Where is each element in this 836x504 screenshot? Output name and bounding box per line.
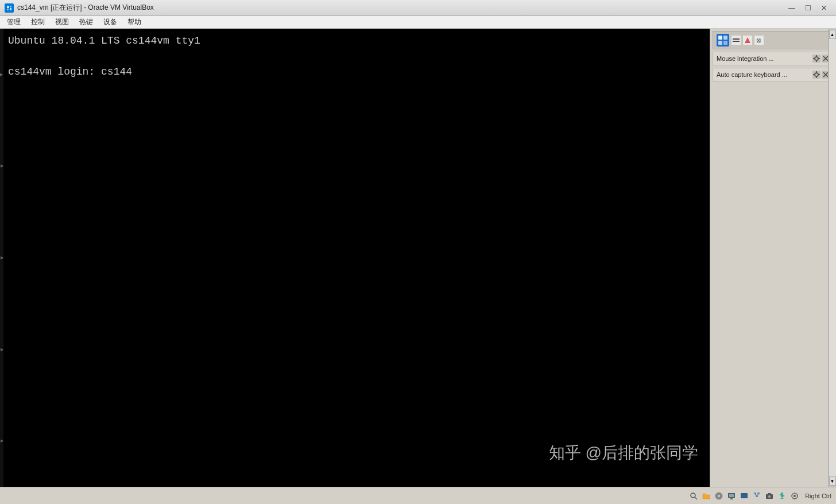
svg-rect-2 xyxy=(10,6,11,7)
svg-text:⊠: ⊠ xyxy=(756,37,761,44)
svg-rect-6 xyxy=(718,36,722,40)
auto-capture-settings-icon[interactable] xyxy=(812,71,820,79)
svg-line-36 xyxy=(695,497,697,499)
maximize-button[interactable]: ☐ xyxy=(800,2,815,14)
auto-capture-label: Auto capture keyboard ... xyxy=(717,71,812,78)
left-indicator-4: ▶ xyxy=(1,347,3,352)
side-toolbar-icon3[interactable]: ⊠ xyxy=(754,36,764,45)
svg-rect-53 xyxy=(768,493,771,494)
left-indicator-2: ▶ xyxy=(1,164,3,168)
minimize-button[interactable]: — xyxy=(784,2,799,14)
svg-marker-55 xyxy=(780,497,784,499)
svg-rect-42 xyxy=(730,499,733,499)
scroll-up-button[interactable]: ▲ xyxy=(829,30,836,39)
title-bar-controls: — ☐ ✕ xyxy=(784,2,831,14)
scroll-down-button[interactable]: ▼ xyxy=(829,476,836,486)
svg-rect-41 xyxy=(730,498,733,499)
left-indicator-3: ▶ xyxy=(1,255,3,260)
menu-bar: 管理 控制 视图 热键 设备 帮助 xyxy=(0,16,836,29)
svg-rect-3 xyxy=(7,9,9,10)
svg-rect-9 xyxy=(723,41,727,45)
left-indicator-text: ▶ xyxy=(0,72,4,77)
status-icon-settings[interactable] xyxy=(789,490,800,502)
mouse-integration-label: Mouse integration ... xyxy=(717,55,812,62)
menu-device[interactable]: 设备 xyxy=(99,16,122,28)
status-icon-network[interactable] xyxy=(751,490,763,502)
status-icon-disk[interactable] xyxy=(713,490,725,502)
side-panel: ⊠ Mouse integration ... xyxy=(710,29,836,487)
mouse-integration-icons xyxy=(812,55,830,63)
side-panel-header: ⊠ xyxy=(713,31,834,49)
svg-line-48 xyxy=(755,494,757,495)
watermark-text: 知乎 @后排的张同学 xyxy=(549,442,698,464)
svg-rect-44 xyxy=(741,494,747,498)
title-bar-left: cs144_vm [正在运行] - Oracle VM VirtualBox xyxy=(5,3,154,13)
terminal-area[interactable]: ▶ ▶ ▶ ▶ ▶ Ubuntu 18.04.1 LTS cs144vm tty… xyxy=(0,29,710,487)
svg-point-59 xyxy=(794,495,796,497)
status-icon-folder[interactable] xyxy=(700,490,712,502)
svg-rect-47 xyxy=(756,495,758,497)
svg-rect-12 xyxy=(733,41,740,42)
side-toolbar-icon1[interactable] xyxy=(732,36,741,45)
right-ctrl-label: Right Ctrl xyxy=(805,493,831,499)
main-layout: ▶ ▶ ▶ ▶ ▶ Ubuntu 18.04.1 LTS cs144vm tty… xyxy=(0,29,836,487)
status-bar: Right Ctrl xyxy=(0,487,836,504)
svg-point-38 xyxy=(718,495,720,497)
status-icon-monitor[interactable] xyxy=(726,490,737,502)
close-button[interactable]: ✕ xyxy=(816,2,831,14)
svg-point-35 xyxy=(691,493,695,498)
svg-rect-45 xyxy=(754,493,756,494)
svg-point-52 xyxy=(769,495,771,497)
terminal-line3: cs144vm login: cs144 xyxy=(8,64,705,80)
svg-rect-40 xyxy=(729,494,734,497)
scroll-track xyxy=(829,39,836,476)
status-icons-group xyxy=(688,490,800,502)
svg-rect-57 xyxy=(783,495,784,497)
window-title: cs144_vm [正在运行] - Oracle VM VirtualBox xyxy=(17,3,154,13)
status-icon-usb[interactable] xyxy=(776,490,788,502)
side-panel-scrollbar[interactable]: ▲ ▼ xyxy=(828,29,836,487)
svg-rect-54 xyxy=(781,493,783,497)
menu-control[interactable]: 控制 xyxy=(26,16,49,28)
virtualbox-icon xyxy=(717,34,729,46)
terminal-line1: Ubuntu 18.04.1 LTS cs144vm tty1 xyxy=(8,33,705,49)
auto-capture-item[interactable]: Auto capture keyboard ... xyxy=(713,68,834,82)
status-icon-screen[interactable] xyxy=(738,490,750,502)
side-toolbar-icon2[interactable] xyxy=(743,36,752,45)
svg-rect-1 xyxy=(7,6,9,8)
menu-hotkey[interactable]: 热键 xyxy=(75,16,98,28)
svg-line-49 xyxy=(757,494,758,495)
mouse-integration-item[interactable]: Mouse integration ... xyxy=(713,52,834,65)
menu-help[interactable]: 帮助 xyxy=(123,16,146,28)
side-panel-header-content: ⊠ xyxy=(717,34,764,46)
status-icon-camera[interactable] xyxy=(764,490,775,502)
terminal-content-wrapper: Ubuntu 18.04.1 LTS cs144vm tty1 cs144vm … xyxy=(8,33,705,80)
menu-view[interactable]: 视图 xyxy=(51,16,73,28)
menu-manage[interactable]: 管理 xyxy=(2,16,25,28)
svg-rect-10 xyxy=(732,36,741,45)
left-indicator-5: ▶ xyxy=(1,439,3,443)
svg-rect-4 xyxy=(10,8,11,10)
terminal-line2 xyxy=(8,49,705,64)
title-bar: cs144_vm [正在运行] - Oracle VM VirtualBox —… xyxy=(0,0,836,16)
app-icon xyxy=(5,3,14,13)
svg-rect-7 xyxy=(723,36,727,40)
svg-rect-56 xyxy=(780,494,781,495)
left-edge: ▶ ▶ ▶ ▶ ▶ xyxy=(0,29,3,487)
auto-capture-icons xyxy=(812,71,830,79)
svg-rect-46 xyxy=(757,493,760,494)
svg-rect-11 xyxy=(733,38,740,40)
status-icon-search[interactable] xyxy=(688,490,699,502)
mouse-integration-settings-icon[interactable] xyxy=(812,55,820,63)
svg-rect-8 xyxy=(718,41,722,45)
